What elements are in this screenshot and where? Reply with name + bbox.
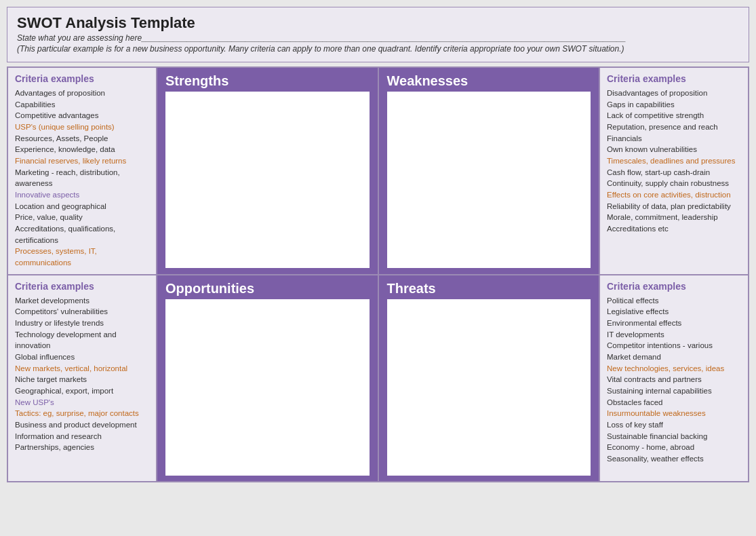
list-item: Marketing - reach, distribution, awarene… (15, 167, 149, 189)
list-item: Tactics: eg, surprise, major contacts (15, 408, 149, 419)
list-item: Reputation, presence and reach (607, 121, 741, 133)
list-item: Legislative effects (607, 306, 741, 318)
left-bottom-list: Market developmentsCompetitors' vulnerab… (15, 295, 149, 453)
opportunities-body[interactable] (165, 299, 370, 476)
list-item: New markets, vertical, horizontal (15, 363, 149, 375)
list-item: Market demand (607, 351, 741, 363)
list-item: Reliability of data, plan predictability (607, 201, 741, 212)
left-top-list: Advantages of propositionCapabilitiesCom… (15, 88, 149, 269)
right-bottom-list: Political effectsLegislative effectsEnvi… (607, 295, 741, 465)
criteria-right-bottom: Criteria examples Political effectsLegis… (599, 275, 749, 482)
criteria-heading-right-bottom: Criteria examples (607, 281, 741, 292)
list-item: Sustaining internal capabilities (607, 385, 741, 397)
list-item: Geographical, export, import (15, 385, 149, 397)
list-item: Political effects (607, 295, 741, 307)
list-item: Price, value, quality (15, 212, 149, 223)
list-item: Capabilities (15, 99, 149, 111)
criteria-right-top: Criteria examples Disadvantages of propo… (599, 67, 749, 275)
criteria-left-bottom: Criteria examples Market developmentsCom… (7, 275, 157, 482)
opportunities-quadrant[interactable]: Opportunities (157, 275, 378, 482)
list-item: Timescales, deadlines and pressures (607, 155, 741, 167)
header-box: SWOT Analysis Template State what you ar… (7, 7, 749, 62)
list-item: Accreditations etc (607, 223, 741, 235)
list-item: Processes, systems, IT, communications (15, 246, 149, 268)
list-item: Lack of competitive strength (607, 110, 741, 121)
list-item: Market developments (15, 295, 149, 307)
list-item: Location and geographical (15, 201, 149, 212)
list-item: Resources, Assets, People (15, 133, 149, 145)
list-item: Economy - home, abroad (607, 442, 741, 453)
weaknesses-body[interactable] (387, 92, 591, 268)
list-item: Financial reserves, likely returns (15, 155, 149, 167)
right-top-list: Disadvantages of propositionGaps in capa… (607, 88, 741, 235)
page-title: SWOT Analysis Template (17, 14, 739, 32)
threats-label: Threats (387, 281, 591, 296)
list-item: Competitive advantages (15, 110, 149, 121)
header-note: (This particular example is for a new bu… (17, 44, 739, 54)
list-item: Obstacles faced (607, 397, 741, 408)
list-item: Industry or lifestyle trends (15, 318, 149, 329)
list-item: USP's (unique selling points) (15, 121, 149, 133)
list-item: Loss of key staff (607, 419, 741, 431)
criteria-heading-left-bottom: Criteria examples (15, 281, 149, 292)
weaknesses-label: Weaknesses (387, 73, 591, 89)
list-item: Competitor intentions - various (607, 340, 741, 351)
header-subtitle: State what you are assessing here_______… (17, 33, 739, 43)
list-item: Information and research (15, 431, 149, 442)
list-item: Disadvantages of proposition (607, 88, 741, 99)
list-item: New USP's (15, 397, 149, 408)
list-item: Niche target markets (15, 374, 149, 385)
list-item: Sustainable financial backing (607, 431, 741, 442)
list-item: Accreditations, qualifications, certific… (15, 223, 149, 246)
list-item: Innovative aspects (15, 189, 149, 201)
list-item: Vital contracts and partners (607, 374, 741, 385)
list-item: Effects on core activities, distruction (607, 189, 741, 201)
list-item: Environmental effects (607, 318, 741, 329)
list-item: Gaps in capabilities (607, 99, 741, 111)
list-item: Insurmountable weaknesses (607, 408, 741, 419)
criteria-heading-left-top: Criteria examples (15, 73, 149, 84)
list-item: Financials (607, 133, 741, 145)
list-item: Morale, commitment, leadership (607, 212, 741, 223)
list-item: Experience, knowledge, data (15, 144, 149, 155)
list-item: Technology development and innovation (15, 329, 149, 351)
list-item: Advantages of proposition (15, 88, 149, 99)
list-item: Cash flow, start-up cash-drain (607, 167, 741, 178)
swot-grid: Criteria examples Advantages of proposit… (7, 66, 749, 482)
criteria-heading-right-top: Criteria examples (607, 73, 741, 84)
strengths-body[interactable] (165, 92, 370, 268)
list-item: Partnerships, agencies (15, 442, 149, 453)
list-item: New technologies, services, ideas (607, 363, 741, 375)
criteria-left-top: Criteria examples Advantages of proposit… (7, 67, 157, 275)
list-item: IT developments (607, 329, 741, 341)
list-item: Business and product development (15, 419, 149, 431)
strengths-label: Strengths (165, 73, 370, 89)
weaknesses-quadrant[interactable]: Weaknesses (378, 67, 600, 275)
threats-body[interactable] (387, 299, 591, 476)
list-item: Own known vulnerabilities (607, 144, 741, 155)
list-item: Global influences (15, 351, 149, 363)
list-item: Competitors' vulnerabilities (15, 306, 149, 318)
threats-quadrant[interactable]: Threats (378, 275, 600, 482)
opportunities-label: Opportunities (165, 281, 370, 296)
list-item: Continuity, supply chain robustness (607, 178, 741, 189)
strengths-quadrant[interactable]: Strengths (157, 67, 378, 275)
list-item: Seasonality, weather effects (607, 453, 741, 465)
